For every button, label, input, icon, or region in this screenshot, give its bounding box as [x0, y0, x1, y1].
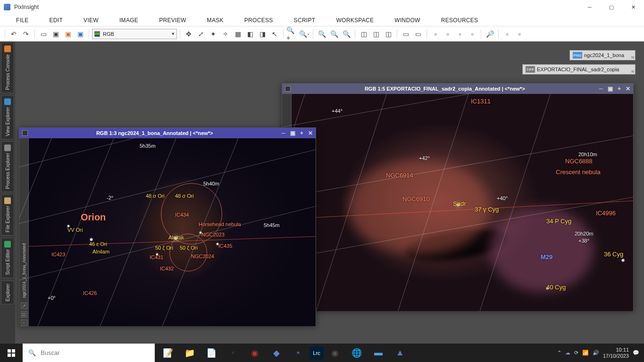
taskbar-app-desktop[interactable]: ▬ — [368, 344, 389, 362]
taskbar-app-sequator[interactable]: ▲ — [390, 344, 410, 362]
label-36cyg: 36 Cyg — [604, 251, 623, 258]
undo-icon[interactable]: ↶ — [8, 28, 19, 40]
channel-label: RGB — [103, 31, 114, 37]
tray-wifi-icon[interactable]: 📶 — [582, 350, 589, 356]
tray-cloud-icon[interactable]: ☁ — [565, 350, 570, 356]
window-titlebar[interactable]: RGB 1:5 EXPORTACIO_FINAL_sadr2_copia_Ann… — [282, 84, 633, 94]
sidestrip-btn-a[interactable]: ↗ — [21, 303, 27, 309]
taskbar-clock[interactable]: 10:11 17/10/2023 — [603, 347, 629, 358]
magnify-a-icon[interactable]: 🔍 — [316, 28, 327, 40]
window-c-icon[interactable]: ◫ — [383, 28, 394, 40]
sidestrip-btn-b[interactable]: ◫ — [21, 311, 27, 318]
taskbar-app-notepad[interactable]: 📝 — [158, 344, 178, 362]
export-b-icon[interactable]: ▫ — [514, 28, 525, 40]
action-a-icon[interactable]: ▫ — [430, 28, 441, 40]
color-swatch-b-icon[interactable]: ▣ — [75, 28, 86, 40]
taskbar-app-pixinsight[interactable]: ◆ — [266, 344, 287, 362]
redo-icon[interactable]: ↷ — [20, 28, 32, 40]
tab-explorer[interactable]: Explorer — [1, 280, 14, 304]
menu-file[interactable]: FILE — [6, 17, 39, 24]
menu-workspace[interactable]: WORKSPACE — [326, 17, 384, 24]
action-d-icon[interactable]: ▫ — [467, 28, 478, 40]
start-button[interactable] — [0, 344, 23, 362]
magnify-b-icon[interactable]: 🔍 — [328, 28, 340, 40]
mask-b-icon[interactable]: ◨ — [257, 28, 268, 40]
minimized-image-png[interactable]: PNG ngc2024_1_bona N — [569, 50, 636, 60]
taskbar-app-chrome[interactable]: 🌐 — [346, 344, 367, 362]
fit-icon[interactable]: ⤢ — [195, 28, 207, 40]
mask-a-icon[interactable]: ◧ — [244, 28, 256, 40]
menu-window[interactable]: WINDOW — [384, 17, 430, 24]
image-canvas[interactable]: 5h35m 5h40m 5h45m -2° +0° Orion VV Ori 4… — [29, 138, 316, 326]
window-a-icon[interactable]: ◫ — [358, 28, 369, 40]
taskbar-search[interactable]: 🔍 Buscar — [23, 344, 155, 362]
win-minimize-icon[interactable]: ─ — [599, 85, 603, 92]
window-titlebar[interactable]: RGB 1:3 ngc2024_1_bona_Annotated | <*new… — [19, 128, 316, 138]
taskbar-app-siril[interactable]: ◉ — [244, 344, 265, 362]
export-a-icon[interactable]: ▫ — [502, 28, 513, 40]
image-window-sadr2[interactable]: RGB 1:5 EXPORTACIO_FINAL_sadr2_copia_Ann… — [282, 83, 634, 311]
label-ic423: IC423 — [51, 252, 65, 257]
search-icon[interactable]: 🔎 — [484, 28, 495, 40]
coord-5h40: 5h40m — [203, 181, 219, 186]
tab-process-console[interactable]: Process Console — [1, 42, 14, 93]
magnify-c-icon[interactable]: 🔍 — [341, 28, 352, 40]
maximize-button[interactable]: ▢ — [601, 0, 622, 14]
center-icon[interactable]: ✦ — [208, 28, 219, 40]
menu-image[interactable]: IMAGE — [109, 17, 149, 24]
taskbar-app-explorer[interactable]: 📁 — [179, 344, 200, 362]
color-swatch-a-icon[interactable]: ▣ — [62, 28, 74, 40]
win-close-icon[interactable]: ✕ — [626, 85, 630, 92]
tray-sync-icon[interactable]: ⟳ — [574, 350, 578, 356]
new-image-icon[interactable]: ▣ — [50, 28, 61, 40]
taskbar-app-lrc[interactable]: Lrc — [309, 346, 324, 360]
tray-volume-icon[interactable]: 🔊 — [593, 350, 599, 356]
menu-view[interactable]: VIEW — [73, 17, 109, 24]
zoom-in-icon[interactable]: 🔍+ — [286, 28, 298, 40]
menu-preview[interactable]: PREVIEW — [149, 17, 196, 24]
new-window-icon[interactable]: ▭ — [38, 28, 49, 40]
win-maximize-icon[interactable]: ▣ — [608, 85, 613, 92]
crosshair-icon[interactable]: ✧ — [220, 28, 231, 40]
close-button[interactable]: ✕ — [622, 0, 644, 14]
window-icon — [285, 86, 291, 92]
panel-b-icon[interactable]: ▭ — [412, 28, 424, 40]
taskbar-app-stellarium[interactable]: ▪ — [288, 344, 309, 362]
tab-script-editor[interactable]: Script Editor — [1, 237, 14, 278]
minimized-image-tiff[interactable]: TIFF EXPORTACIO_FINAL_sadr2_copia N — [522, 64, 636, 75]
panel-a-icon[interactable]: ▭ — [400, 28, 411, 40]
tab-view-explorer[interactable]: View Explorer — [1, 95, 14, 140]
channel-selector[interactable]: RGB ▾ — [92, 29, 177, 39]
menu-edit[interactable]: EDIT — [39, 17, 74, 24]
menu-mask[interactable]: MASK — [197, 17, 234, 24]
menu-script[interactable]: SCRIPT — [284, 17, 326, 24]
menu-resources[interactable]: RESOURCES — [431, 17, 489, 24]
grid-icon[interactable]: ▦ — [232, 28, 243, 40]
zoom-out-icon[interactable]: 🔍- — [299, 28, 310, 40]
pointer-icon[interactable]: ↖ — [269, 28, 280, 40]
coord-20h10: 20h10m — [578, 152, 597, 157]
taskbar-app-astro[interactable]: ◉ — [325, 344, 345, 362]
tray-chevron-up-icon[interactable]: ⌃ — [557, 350, 561, 356]
win-close-icon[interactable]: ✕ — [308, 130, 313, 136]
move-tool-icon[interactable]: ✥ — [183, 28, 194, 40]
win-minimize-icon[interactable]: ─ — [281, 130, 285, 136]
win-maximize-icon[interactable]: ▣ — [290, 130, 295, 136]
coord-44: +44° — [332, 108, 343, 114]
tab-file-explorer[interactable]: File Explorer — [1, 194, 14, 236]
win-add-icon[interactable]: + — [300, 130, 303, 136]
tab-process-explorer[interactable]: Process Explorer — [1, 141, 14, 192]
menu-process[interactable]: PROCESS — [234, 17, 284, 24]
win-add-icon[interactable]: + — [618, 85, 621, 92]
sidestrip-btn-c[interactable]: ▫ — [21, 320, 27, 326]
minimize-button[interactable]: ─ — [579, 0, 601, 14]
taskbar-app-document[interactable]: 📄 — [201, 344, 222, 362]
action-b-icon[interactable]: ▫ — [442, 28, 453, 40]
image-canvas[interactable]: IC1311 +44° +42° NGC6914 NGC6888 Crescen… — [292, 94, 633, 311]
taskbar-app-terminal[interactable]: ▪ — [223, 344, 243, 362]
image-window-ngc2024[interactable]: RGB 1:3 ngc2024_1_bona_Annotated | <*new… — [19, 127, 316, 326]
window-b-icon[interactable]: ◫ — [370, 28, 382, 40]
action-c-icon[interactable]: ▫ — [454, 28, 466, 40]
label-ic432: IC432 — [160, 266, 174, 271]
tray-notifications-icon[interactable]: 💬 — [633, 350, 639, 356]
